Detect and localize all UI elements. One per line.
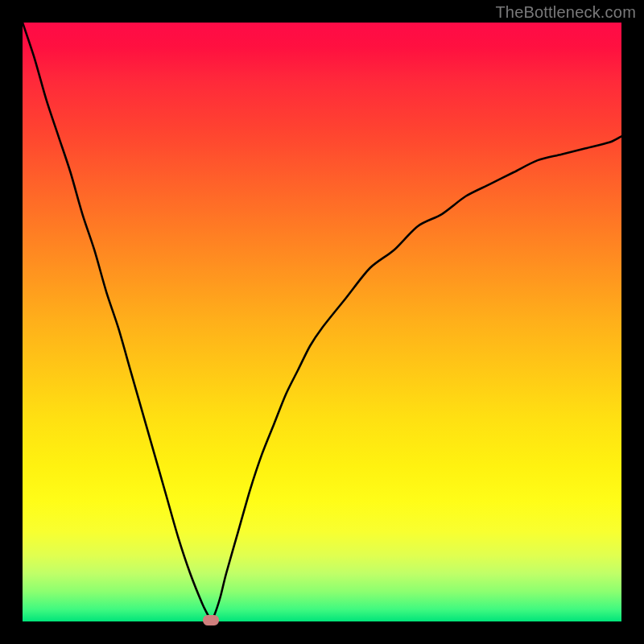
watermark-text: TheBottleneck.com	[495, 3, 636, 22]
minimum-marker	[203, 615, 219, 625]
chart-frame: TheBottleneck.com	[0, 0, 644, 644]
curve-svg	[23, 23, 621, 621]
plot-area	[23, 23, 621, 621]
bottleneck-curve	[23, 23, 621, 620]
